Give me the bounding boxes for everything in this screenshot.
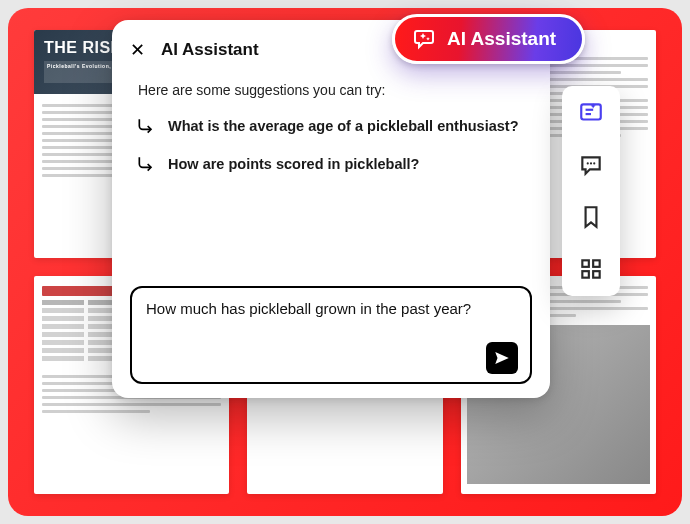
rail-bookmark-button[interactable] xyxy=(576,202,606,232)
bookmark-icon xyxy=(578,204,604,230)
svg-point-5 xyxy=(593,162,595,164)
rail-comment-button[interactable] xyxy=(576,150,606,180)
suggestion-text: How are points scored in pickleball? xyxy=(168,156,419,172)
close-icon: ✕ xyxy=(130,40,145,60)
chat-input[interactable] xyxy=(146,300,518,342)
reply-arrow-icon xyxy=(136,116,156,136)
apps-grid-icon xyxy=(578,256,604,282)
suggestions-intro: Here are some suggestions you can try: xyxy=(138,82,532,98)
rail-ai-button[interactable] xyxy=(576,98,606,128)
chat-input-container xyxy=(130,286,532,384)
svg-rect-8 xyxy=(582,271,589,278)
svg-point-4 xyxy=(590,162,592,164)
ai-sparkle-icon xyxy=(578,100,604,126)
rail-apps-button[interactable] xyxy=(576,254,606,284)
panel-title: AI Assistant xyxy=(161,40,259,60)
send-button[interactable] xyxy=(486,342,518,374)
comment-icon xyxy=(578,152,604,178)
svg-rect-0 xyxy=(581,104,601,119)
sparkle-chat-icon xyxy=(413,27,437,51)
suggestion-item[interactable]: What is the average age of a pickleball … xyxy=(130,112,532,140)
ai-assistant-panel: ✕ AI Assistant Here are some suggestions… xyxy=(112,20,550,398)
send-icon xyxy=(493,349,511,367)
side-rail xyxy=(562,86,620,296)
svg-point-3 xyxy=(587,162,589,164)
suggestion-item[interactable]: How are points scored in pickleball? xyxy=(130,150,532,178)
suggestion-text: What is the average age of a pickleball … xyxy=(168,118,519,134)
pill-label: AI Assistant xyxy=(447,28,556,50)
close-button[interactable]: ✕ xyxy=(130,41,145,59)
svg-rect-6 xyxy=(582,260,589,267)
suggestion-list: What is the average age of a pickleball … xyxy=(130,112,532,178)
reply-arrow-icon xyxy=(136,154,156,174)
svg-rect-9 xyxy=(593,271,600,278)
svg-rect-7 xyxy=(593,260,600,267)
ai-assistant-pill[interactable]: AI Assistant xyxy=(392,14,585,64)
